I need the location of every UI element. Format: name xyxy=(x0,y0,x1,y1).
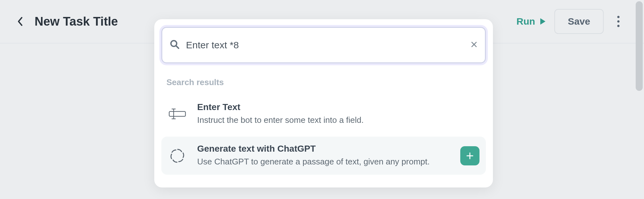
svg-point-1 xyxy=(617,20,620,23)
text-field-icon xyxy=(168,104,187,123)
result-title: Generate text with ChatGPT xyxy=(197,144,450,154)
result-desc: Use ChatGPT to generate a passage of tex… xyxy=(197,156,450,167)
run-label: Run xyxy=(517,16,535,27)
plus-icon xyxy=(466,152,474,160)
close-icon xyxy=(471,41,477,48)
result-desc: Instruct the bot to enter some text into… xyxy=(197,114,479,126)
results-list: Enter Text Instruct the bot to enter som… xyxy=(161,95,486,175)
scrollbar-thumb[interactable] xyxy=(636,1,643,91)
result-item-enter-text[interactable]: Enter Text Instruct the bot to enter som… xyxy=(161,95,486,133)
add-step-button[interactable] xyxy=(460,146,479,165)
kebab-icon xyxy=(617,16,620,27)
result-title: Enter Text xyxy=(197,102,479,112)
chevron-left-icon xyxy=(17,16,24,27)
svg-rect-7 xyxy=(169,111,186,116)
svg-point-0 xyxy=(617,16,620,18)
results-section-label: Search results xyxy=(166,77,486,87)
search-input[interactable] xyxy=(186,40,471,51)
command-search-panel: Search results Enter Text Instruct the b… xyxy=(154,19,493,187)
svg-line-4 xyxy=(176,46,179,48)
play-icon xyxy=(540,18,546,25)
svg-point-2 xyxy=(617,25,620,27)
run-button[interactable]: Run xyxy=(517,16,546,27)
save-button[interactable]: Save xyxy=(554,9,604,34)
search-icon xyxy=(170,40,180,51)
search-field-wrap xyxy=(161,27,486,63)
chatgpt-icon xyxy=(168,146,187,165)
clear-search-button[interactable] xyxy=(471,41,477,49)
page-title[interactable]: New Task Title xyxy=(35,15,118,28)
back-button[interactable] xyxy=(13,14,28,29)
result-item-chatgpt[interactable]: Generate text with ChatGPT Use ChatGPT t… xyxy=(161,137,486,174)
more-menu-button[interactable] xyxy=(612,15,625,28)
